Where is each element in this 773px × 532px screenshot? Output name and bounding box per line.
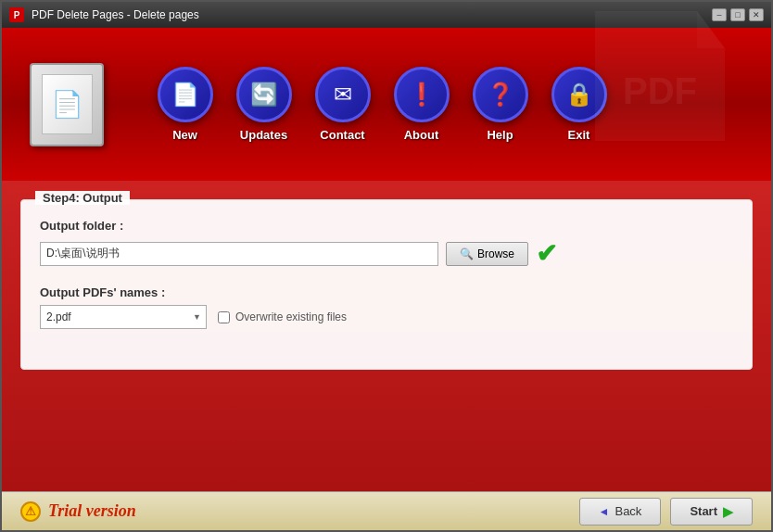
toolbar-new-button[interactable]: 📄 New bbox=[150, 67, 220, 142]
logo-image: 📄 bbox=[42, 74, 93, 134]
about-icon: ❗ bbox=[394, 67, 450, 122]
title-bar: P PDF Delete Pages - Delete pages – □ ✕ bbox=[2, 2, 771, 28]
contact-icon: ✉ bbox=[315, 67, 371, 122]
overwrite-text: Overwrite existing files bbox=[235, 310, 347, 323]
toolbar-buttons: 📄 New 🔄 Updates ✉ Contact ❗ About ❓ Help… bbox=[150, 67, 614, 142]
navigation-buttons: ◄ Back Start ▶ bbox=[579, 498, 753, 526]
toolbar-about-button[interactable]: ❗ About bbox=[386, 67, 456, 142]
exit-icon: 🔒 bbox=[551, 67, 607, 122]
close-button[interactable]: ✕ bbox=[749, 8, 764, 21]
toolbar: 📄 📄 New 🔄 Updates ✉ Contact ❗ About ❓ bbox=[2, 28, 771, 181]
browse-button[interactable]: 🔍 Browse bbox=[446, 242, 528, 266]
updates-label: Updates bbox=[240, 128, 287, 142]
new-label: New bbox=[172, 128, 197, 142]
output-names-label: Output PDFs' names : bbox=[40, 285, 733, 299]
toolbar-updates-button[interactable]: 🔄 Updates bbox=[229, 67, 298, 142]
valid-check-icon: ✔ bbox=[536, 238, 557, 269]
help-label: Help bbox=[487, 128, 513, 142]
new-icon: 📄 bbox=[158, 67, 213, 122]
app-window: P PDF Delete Pages - Delete pages – □ ✕ … bbox=[0, 0, 773, 532]
output-name-dropdown[interactable]: 2.pdf bbox=[40, 305, 207, 329]
back-arrow-icon: ◄ bbox=[599, 505, 610, 518]
toolbar-contact-button[interactable]: ✉ Contact bbox=[308, 67, 377, 142]
output-names-group: Output PDFs' names : 2.pdf Overwrite exi… bbox=[40, 285, 733, 329]
output-folder-label: Output folder : bbox=[40, 219, 733, 233]
toolbar-help-button[interactable]: ❓ Help bbox=[465, 67, 535, 142]
status-bar: ⚠ Trial version ◄ Back Start ▶ bbox=[2, 491, 771, 530]
output-folder-input[interactable] bbox=[40, 242, 438, 266]
back-button[interactable]: ◄ Back bbox=[579, 498, 662, 526]
toolbar-exit-button[interactable]: 🔒 Exit bbox=[544, 67, 614, 142]
trial-warning-icon: ⚠ bbox=[20, 501, 41, 522]
output-folder-row: 🔍 Browse ✔ bbox=[40, 238, 733, 269]
app-icon: P bbox=[9, 7, 24, 22]
updates-icon: 🔄 bbox=[236, 67, 292, 122]
browse-label: Browse bbox=[477, 247, 514, 260]
output-folder-group: Output folder : 🔍 Browse ✔ bbox=[40, 219, 733, 269]
minimize-button[interactable]: – bbox=[712, 8, 727, 21]
overwrite-label: Overwrite existing files bbox=[218, 310, 347, 323]
contact-label: Contact bbox=[320, 128, 364, 142]
output-name-dropdown-wrapper: 2.pdf bbox=[40, 305, 207, 329]
svg-text:PDF: PDF bbox=[623, 70, 697, 111]
main-content: Step4: Output Output folder : 🔍 Browse ✔… bbox=[2, 181, 771, 491]
help-icon: ❓ bbox=[473, 67, 528, 122]
start-label: Start bbox=[690, 504, 717, 518]
step-panel-title: Step4: Output bbox=[35, 191, 130, 205]
back-label: Back bbox=[615, 504, 641, 518]
app-logo: 📄 bbox=[20, 49, 113, 160]
step-panel: Step4: Output Output folder : 🔍 Browse ✔… bbox=[20, 199, 753, 370]
search-icon: 🔍 bbox=[460, 247, 474, 260]
start-button[interactable]: Start ▶ bbox=[670, 498, 753, 526]
output-names-row: 2.pdf Overwrite existing files bbox=[40, 305, 733, 329]
window-title: PDF Delete Pages - Delete pages bbox=[32, 8, 712, 21]
trial-version-text: Trial version bbox=[48, 501, 136, 521]
window-controls: – □ ✕ bbox=[712, 8, 764, 21]
about-label: About bbox=[404, 128, 439, 142]
maximize-button[interactable]: □ bbox=[730, 8, 745, 21]
overwrite-checkbox[interactable] bbox=[218, 311, 230, 323]
exit-label: Exit bbox=[568, 128, 590, 142]
start-arrow-icon: ▶ bbox=[723, 504, 733, 519]
